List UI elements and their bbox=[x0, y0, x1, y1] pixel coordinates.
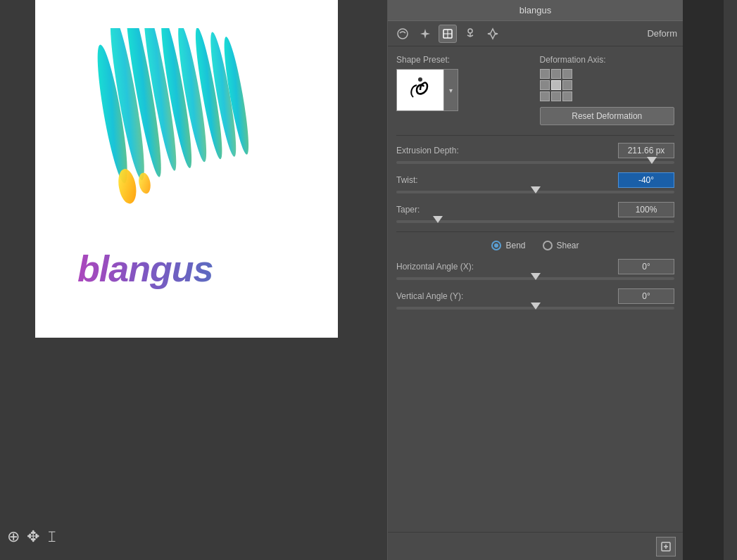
twist-slider-row bbox=[396, 191, 674, 193]
deform-axis-grid bbox=[540, 69, 675, 101]
shear-label: Shear bbox=[557, 241, 579, 250]
taper-slider-row bbox=[396, 220, 674, 223]
shape-preview[interactable] bbox=[396, 69, 444, 111]
taper-row: Taper: bbox=[396, 202, 674, 217]
horizontal-angle-slider-row bbox=[396, 277, 674, 280]
bottom-icons: ⊕ ✥ 𝙸 bbox=[7, 528, 58, 546]
panel-bottom bbox=[388, 532, 683, 560]
twist-row: Twist: bbox=[396, 172, 674, 188]
right-scrollbar[interactable] bbox=[726, 0, 737, 560]
toolbar-puppet-icon[interactable] bbox=[484, 25, 502, 43]
preset-axis-row: Shape Preset: ▾ De bbox=[396, 55, 674, 125]
shape-preset-container: ▾ bbox=[396, 69, 531, 111]
horizontal-angle-label: Horizontal Angle (X): bbox=[396, 262, 618, 272]
vertical-angle-label: Vertical Angle (Y): bbox=[396, 291, 618, 301]
shear-option[interactable]: Shear bbox=[543, 241, 579, 250]
axis-cell-1-2[interactable] bbox=[562, 80, 572, 90]
svg-point-12 bbox=[398, 29, 408, 39]
dropdown-arrow: ▾ bbox=[449, 87, 453, 94]
panel-content: Shape Preset: ▾ De bbox=[388, 46, 683, 532]
bend-label: Bend bbox=[505, 241, 525, 250]
svg-point-21 bbox=[418, 77, 422, 82]
cursor-icon[interactable]: 𝙸 bbox=[46, 528, 58, 546]
axis-cell-2-0[interactable] bbox=[540, 91, 550, 101]
panel-right-edge bbox=[724, 0, 727, 560]
axis-cell-2-2[interactable] bbox=[562, 91, 572, 101]
toolbar-creature-icon[interactable] bbox=[393, 25, 412, 43]
extrusion-depth-row: Extrusion Depth: bbox=[396, 143, 674, 158]
horizontal-angle-track[interactable] bbox=[396, 277, 674, 280]
deformation-axis-label: Deformation Axis: bbox=[540, 55, 675, 65]
sep-1 bbox=[396, 135, 674, 136]
panel-toolbar: Deform bbox=[388, 21, 683, 46]
axis-cell-0-1[interactable] bbox=[551, 69, 561, 79]
toolbar-rigging-icon[interactable] bbox=[461, 25, 479, 43]
bottom-action-button[interactable] bbox=[656, 537, 676, 556]
globe-icon[interactable]: ⊕ bbox=[7, 528, 20, 546]
extrusion-depth-thumb[interactable] bbox=[647, 157, 657, 164]
toolbar-section-label: Deform bbox=[647, 28, 677, 39]
bend-shear-group: Bend Shear bbox=[396, 241, 674, 250]
reset-deformation-button[interactable]: Reset Deformation bbox=[540, 107, 675, 125]
extrusion-depth-label: Extrusion Depth: bbox=[396, 146, 618, 155]
canvas-area: blangus bbox=[0, 0, 387, 560]
twist-input[interactable] bbox=[618, 172, 674, 188]
twist-track[interactable] bbox=[396, 191, 674, 193]
axis-cell-2-1[interactable] bbox=[551, 91, 561, 101]
vertical-angle-row: Vertical Angle (Y): bbox=[396, 288, 674, 304]
panel-title: blangus bbox=[519, 5, 552, 15]
panel-titlebar: blangus bbox=[388, 0, 683, 21]
axis-cell-1-0[interactable] bbox=[540, 80, 550, 90]
taper-thumb[interactable] bbox=[433, 216, 443, 223]
panel: blangus Deform Shape Preset: bbox=[387, 0, 683, 560]
deformation-axis-col: Deformation Axis: Reset Deformation bbox=[540, 55, 675, 125]
move-icon[interactable]: ✥ bbox=[27, 528, 39, 546]
shape-preset-label: Shape Preset: bbox=[396, 55, 531, 65]
extrusion-depth-slider-row bbox=[396, 161, 674, 164]
toolbar-sparkle-icon[interactable] bbox=[416, 25, 434, 43]
axis-cell-1-1[interactable] bbox=[551, 80, 561, 90]
shape-preset-col: Shape Preset: ▾ bbox=[396, 55, 531, 125]
vertical-angle-thumb[interactable] bbox=[531, 303, 541, 310]
vertical-angle-track[interactable] bbox=[396, 307, 674, 310]
vertical-angle-slider-row bbox=[396, 307, 674, 310]
bend-radio[interactable] bbox=[491, 241, 501, 250]
svg-marker-13 bbox=[420, 29, 430, 39]
canvas-white: blangus bbox=[35, 0, 338, 338]
extrusion-depth-track[interactable] bbox=[396, 161, 674, 164]
taper-label: Taper: bbox=[396, 205, 618, 215]
axis-cell-0-0[interactable] bbox=[540, 69, 550, 79]
horizontal-angle-thumb[interactable] bbox=[531, 273, 541, 280]
canvas-logo: blangus bbox=[56, 28, 317, 310]
extrusion-depth-input[interactable] bbox=[618, 143, 674, 158]
toolbar-deform-icon[interactable] bbox=[439, 25, 457, 43]
shear-radio[interactable] bbox=[543, 241, 553, 250]
sep-2 bbox=[396, 231, 674, 232]
horizontal-angle-input[interactable] bbox=[618, 259, 674, 274]
bend-option[interactable]: Bend bbox=[491, 241, 525, 250]
svg-text:blangus: blangus bbox=[77, 248, 213, 289]
svg-point-17 bbox=[468, 29, 472, 33]
axis-cell-0-2[interactable] bbox=[562, 69, 572, 79]
twist-label: Twist: bbox=[396, 175, 618, 185]
vertical-angle-input[interactable] bbox=[618, 288, 674, 304]
taper-input[interactable] bbox=[618, 202, 674, 217]
twist-thumb[interactable] bbox=[531, 186, 541, 193]
horizontal-angle-row: Horizontal Angle (X): bbox=[396, 259, 674, 274]
shape-preset-dropdown[interactable]: ▾ bbox=[444, 69, 458, 111]
taper-track[interactable] bbox=[396, 220, 674, 223]
